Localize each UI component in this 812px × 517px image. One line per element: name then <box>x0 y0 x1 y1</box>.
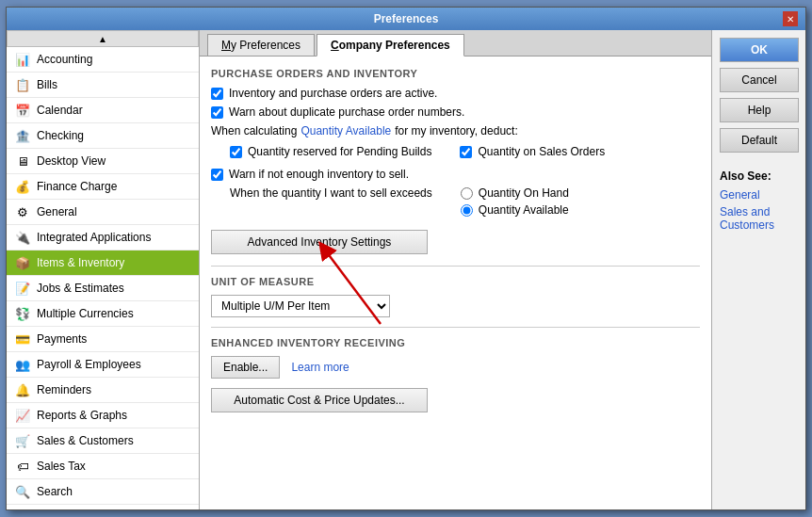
cb-duplicate-warning[interactable] <box>211 106 223 119</box>
sidebar-item-label-reminders: Reminders <box>37 383 91 396</box>
quantity-calc-row: When calculating Quantity Available for … <box>211 124 700 137</box>
close-button[interactable]: ✕ <box>783 11 798 26</box>
sidebar-item-jobs-estimates[interactable]: 📝Jobs & Estimates <box>7 276 199 301</box>
bills-icon: 📋 <box>14 76 31 93</box>
cb5-sub-label: When the quantity I want to sell exceeds <box>230 186 432 200</box>
calendar-icon: 📅 <box>14 102 31 119</box>
checkbox-row-5: Warn if not enough inventory to sell. <box>211 168 700 181</box>
sidebar-item-checking[interactable]: 🏦Checking <box>7 123 199 149</box>
sidebar-item-accounting[interactable]: 📊Accounting <box>7 47 199 73</box>
sidebar-item-label-integrated-apps: Integrated Applications <box>37 231 151 244</box>
sidebar-item-label-desktop-view: Desktop View <box>37 154 106 168</box>
general-icon: ⚙ <box>14 203 31 220</box>
qty-suffix: for my inventory, deduct: <box>395 124 518 137</box>
sidebar-item-label-items-inventory: Items & Inventory <box>37 256 124 269</box>
cb-pending-builds[interactable] <box>230 146 242 158</box>
radio-qty-available-label: Quantity Available <box>479 203 569 217</box>
cb-warn-inventory-label: Warn if not enough inventory to sell. <box>229 168 409 181</box>
ok-button[interactable]: OK <box>720 38 799 62</box>
radio-qty-on-hand[interactable] <box>461 187 473 200</box>
tab-company-preferences[interactable]: Company Preferences <box>317 34 464 57</box>
radio-row-1: Quantity On Hand <box>461 186 569 200</box>
sidebar-item-calendar[interactable]: 📅Calendar <box>7 98 199 123</box>
payments-icon: 💳 <box>14 331 31 347</box>
sidebar-item-desktop-view[interactable]: 🖥Desktop View <box>7 149 199 174</box>
qty-prefix: When calculating <box>211 124 297 137</box>
scroll-up-button[interactable]: ▲ <box>7 30 199 47</box>
search-icon: 🔍 <box>14 483 31 500</box>
enhanced-inv-row: Enable... Learn more <box>211 356 700 379</box>
reports-graphs-icon: 📈 <box>14 407 31 424</box>
sidebar-item-search[interactable]: 🔍Search <box>7 479 199 505</box>
send-forms-icon: ✉ <box>14 509 31 509</box>
sales-tax-icon: 🏷 <box>14 458 31 475</box>
also-see-section: Also See: General Sales and Customers <box>720 170 798 235</box>
sidebar-item-send-forms[interactable]: ✉Send Forms <box>7 505 199 509</box>
enable-button[interactable]: Enable... <box>211 356 280 379</box>
multiple-currencies-icon: 💱 <box>14 305 31 322</box>
dialog-title: Preferences <box>29 12 783 25</box>
checkbox-row-2: Warn about duplicate purchase order numb… <box>211 105 700 119</box>
help-button[interactable]: Help <box>720 98 799 122</box>
sidebar-item-multiple-currencies[interactable]: 💱Multiple Currencies <box>7 301 199 327</box>
sidebar-item-reminders[interactable]: 🔔Reminders <box>7 378 199 403</box>
desktop-view-icon: 🖥 <box>14 153 31 170</box>
sales-customers-icon: 🛒 <box>14 432 31 449</box>
sidebar-item-label-jobs-estimates: Jobs & Estimates <box>37 282 124 295</box>
cb-inventory-active[interactable] <box>211 88 223 100</box>
sidebar-item-label-checking: Checking <box>37 129 84 142</box>
checkbox-row-3: Quantity reserved for Pending Builds <box>230 145 431 158</box>
learn-more-link[interactable]: Learn more <box>291 361 349 374</box>
sidebar-item-label-calendar: Calendar <box>37 104 83 117</box>
deduct-options: Quantity reserved for Pending Builds Qua… <box>230 145 700 164</box>
sidebar-item-label-multiple-currencies: Multiple Currencies <box>37 307 134 320</box>
dialog-body: ▲ 📊Accounting📋Bills📅Calendar🏦Checking🖥De… <box>7 30 805 509</box>
unit-of-measure-dropdown[interactable]: Multiple U/M Per Item Single U/M Per Ite… <box>211 295 390 317</box>
default-button[interactable]: Default <box>720 128 799 153</box>
sidebar-item-label-bills: Bills <box>37 78 57 91</box>
radio-row-2: Quantity Available <box>461 203 569 217</box>
section2-header: UNIT OF MEASURE <box>211 276 700 287</box>
cb-pending-builds-label: Quantity reserved for Pending Builds <box>248 145 431 158</box>
reminders-icon: 🔔 <box>14 381 31 398</box>
sidebar-item-payments[interactable]: 💳Payments <box>7 327 199 352</box>
cb-inventory-active-label: Inventory and purchase orders are active… <box>229 87 437 100</box>
section1-header: PURCHASE ORDERS AND INVENTORY <box>211 68 700 79</box>
title-bar: Preferences ✕ <box>7 8 805 30</box>
unit-measure-row: Multiple U/M Per Item Single U/M Per Ite… <box>211 295 700 317</box>
sidebar-item-reports-graphs[interactable]: 📈Reports & Graphs <box>7 403 199 428</box>
also-see-sales-customers[interactable]: Sales and Customers <box>720 205 798 232</box>
tab-my-preferences-label: My Preferences <box>221 39 300 52</box>
tabs-bar: My Preferences Company Preferences <box>200 30 711 57</box>
sidebar-item-sales-customers[interactable]: 🛒Sales & Customers <box>7 428 199 454</box>
sidebar-item-sales-tax[interactable]: 🏷Sales Tax <box>7 454 199 479</box>
sidebar-item-payroll[interactable]: 👥Payroll & Employees <box>7 352 199 378</box>
content-area: PURCHASE ORDERS AND INVENTORY Inventory … <box>200 57 711 509</box>
cancel-button[interactable]: Cancel <box>720 68 799 92</box>
finance-charge-icon: 💰 <box>14 178 31 195</box>
sidebar-item-label-search: Search <box>37 485 73 498</box>
radio-qty-available[interactable] <box>461 204 473 217</box>
jobs-estimates-icon: 📝 <box>14 280 31 297</box>
sidebar-item-label-payments: Payments <box>37 332 87 346</box>
divider-2 <box>211 327 700 328</box>
sidebar-item-general[interactable]: ⚙General <box>7 200 199 225</box>
tab-company-preferences-label: Company Preferences <box>331 39 450 52</box>
sidebar-item-integrated-apps[interactable]: 🔌Integrated Applications <box>7 225 199 250</box>
sidebar-item-label-sales-customers: Sales & Customers <box>37 434 134 447</box>
advanced-inventory-settings-button[interactable]: Advanced Inventory Settings <box>211 230 428 254</box>
qty-link[interactable]: Quantity Available <box>300 124 391 137</box>
sidebar-item-label-reports-graphs: Reports & Graphs <box>37 409 127 422</box>
sidebar-item-label-accounting: Accounting <box>37 53 92 66</box>
sidebar-item-bills[interactable]: 📋Bills <box>7 73 199 98</box>
sidebar-item-items-inventory[interactable]: 📦Items & Inventory <box>7 250 199 276</box>
items-inventory-icon: 📦 <box>14 254 31 271</box>
cb-warn-inventory[interactable] <box>211 169 223 181</box>
sidebar-item-label-general: General <box>37 205 77 218</box>
tab-my-preferences[interactable]: My Preferences <box>207 34 315 56</box>
auto-cost-price-button[interactable]: Automatic Cost & Price Updates... <box>211 388 428 412</box>
cb-sales-orders[interactable] <box>460 146 472 158</box>
also-see-general[interactable]: General <box>720 188 798 202</box>
accounting-icon: 📊 <box>14 51 31 68</box>
sidebar-item-finance-charge[interactable]: 💰Finance Charge <box>7 174 199 200</box>
